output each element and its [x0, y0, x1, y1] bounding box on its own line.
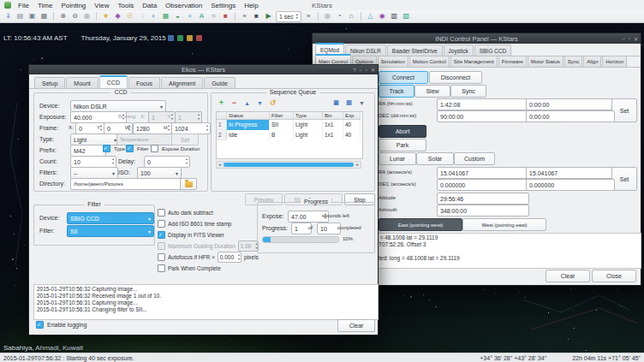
sync-button[interactable]: Sync: [450, 85, 486, 98]
solar-button[interactable]: Solar: [416, 152, 454, 165]
find-object-icon[interactable]: ◎: [323, 13, 332, 20]
infobox-icon-blue[interactable]: [168, 35, 174, 41]
move-job-up-icon[interactable]: ▲: [242, 98, 253, 108]
infobox-icon-green[interactable]: [177, 35, 183, 41]
indi-control-panel-icon[interactable]: ▥: [390, 13, 399, 20]
menu-pointing[interactable]: Pointing: [57, 1, 90, 10]
moon-icon[interactable]: ☽: [137, 13, 146, 20]
filter-select-combo[interactable]: SII: [67, 225, 154, 237]
iso-combo[interactable]: 100: [137, 167, 182, 179]
browse-directory-button[interactable]: [180, 178, 197, 190]
checkbox[interactable]: [158, 209, 165, 217]
add-job-icon[interactable]: +: [216, 98, 227, 108]
scrollbar-thumb[interactable]: [224, 163, 354, 167]
indi-clear-button[interactable]: Clear: [546, 270, 590, 282]
queue-cell[interactable]: Light: [294, 130, 323, 140]
menu-observation[interactable]: Observation: [161, 1, 206, 10]
ccd-device-combo[interactable]: Nikon DSLR: [70, 100, 166, 112]
checkbox[interactable]: [103, 145, 110, 152]
checkbox[interactable]: [158, 264, 165, 272]
disconnect-button[interactable]: Disconnect: [429, 71, 482, 84]
zoom-in-icon[interactable]: ⊕: [58, 13, 68, 20]
indi-tab-motor-status[interactable]: Motor Status: [528, 56, 564, 67]
ekos-tab-ccd[interactable]: CCD: [99, 75, 128, 88]
count-spinbox[interactable]: 10: [70, 156, 116, 168]
dec-rate-target-input[interactable]: 0.000000: [526, 179, 615, 191]
maximize-icon[interactable]: ▫: [366, 68, 367, 73]
queue-cell[interactable]: In Progress: [227, 120, 270, 130]
zoom-default-icon[interactable]: ◎: [82, 13, 92, 20]
abort-button[interactable]: Abort: [379, 125, 426, 138]
checkbox[interactable]: [126, 145, 134, 152]
close-icon[interactable]: ✕: [634, 36, 638, 42]
zoom-out-icon[interactable]: ⊖: [70, 13, 80, 20]
menu-view[interactable]: View: [90, 1, 113, 10]
coordinate-grid-icon[interactable]: ▦: [161, 13, 170, 20]
queue-cell[interactable]: Light: [294, 120, 323, 130]
directory-input[interactable]: /home/jasem/Pictures: [70, 178, 183, 190]
queue-cell[interactable]: 2: [217, 130, 227, 140]
menu-tools[interactable]: Tools: [114, 1, 139, 10]
prefix-filter-checkbox[interactable]: Filter: [126, 145, 148, 152]
pier-west-button[interactable]: West (pointing east): [462, 218, 546, 231]
device-tab-joystick[interactable]: Joystick: [444, 45, 474, 56]
scroll-left-icon[interactable]: ◂: [217, 163, 223, 167]
device-tab-sbig-ccd[interactable]: SBIG CCD: [474, 45, 511, 56]
ra-target-input[interactable]: 0:00:00: [526, 98, 615, 110]
expose-duration-checkbox[interactable]: Expose Duration: [151, 145, 200, 152]
indi-tab-align[interactable]: Align: [583, 56, 601, 67]
coord-set-button[interactable]: Set: [611, 98, 637, 122]
ekos-icon[interactable]: ◉: [378, 13, 387, 20]
device-tab-nikon-dslr[interactable]: Nikon DSLR: [345, 45, 386, 56]
time-infobox[interactable]: LT: 10:56:43 AM AST Thursday, January 29…: [3, 34, 166, 42]
queue-cell[interactable]: SII: [270, 120, 294, 130]
checkbox[interactable]: [158, 231, 165, 239]
indi-close-button[interactable]: Close: [592, 270, 636, 282]
reset-queue-icon[interactable]: ↺: [267, 98, 278, 108]
comets-icon[interactable]: ◐: [149, 13, 158, 20]
milky-way-icon[interactable]: ≈: [209, 13, 218, 20]
filter-device-combo[interactable]: SBIG CCD: [67, 212, 154, 224]
scroll-right-icon[interactable]: ▸: [355, 163, 361, 167]
queue-cell[interactable]: 40: [343, 120, 361, 130]
lunar-button[interactable]: Lunar: [379, 152, 416, 165]
download-data-icon[interactable]: ⇓: [3, 13, 13, 20]
checkbox[interactable]: [36, 321, 44, 329]
queue-cell[interactable]: 1x1: [323, 120, 343, 130]
print-icon[interactable]: ▦: [39, 13, 49, 20]
indi-tab-sync[interactable]: Sync: [564, 56, 582, 67]
custom-button[interactable]: Custom: [454, 152, 495, 165]
ekos-tab-guide[interactable]: Guide: [204, 77, 236, 88]
image-preview-icon[interactable]: ▣: [331, 98, 342, 108]
frame-type-combo[interactable]: Light: [70, 134, 120, 145]
indi-titlebar[interactable]: INDI Control Panel — KStars – ▫ ✕: [313, 33, 641, 44]
checkbox[interactable]: [158, 253, 165, 261]
ground-horizon-icon[interactable]: ◒: [173, 13, 182, 20]
device-tab-baader-steeldrive[interactable]: Baader SteelDrive: [387, 45, 443, 56]
queue-horizontal-scrollbar[interactable]: ◂ ▸: [216, 161, 361, 169]
indi-tab-firmware[interactable]: Firmware: [498, 56, 527, 67]
time-rewind-icon[interactable]: «: [240, 13, 249, 20]
menu-settings[interactable]: Settings: [206, 1, 240, 10]
queue-cell[interactable]: 1x1: [323, 130, 343, 140]
prefix-type-checkbox[interactable]: Type: [103, 145, 125, 152]
checkbox[interactable]: [158, 220, 165, 228]
maximize-icon[interactable]: ▫: [629, 36, 630, 41]
delay-spinbox[interactable]: 0: [144, 156, 190, 168]
prefix-input[interactable]: M42: [70, 145, 106, 157]
frame-h-spinbox[interactable]: 1024: [171, 122, 211, 134]
save-sequence-icon[interactable]: ▼: [356, 98, 367, 108]
connect-button[interactable]: Connect: [379, 71, 428, 84]
remove-job-icon[interactable]: −: [229, 98, 240, 108]
flags-icon[interactable]: ■: [221, 13, 230, 20]
option-spinbox[interactable]: 0.000: [218, 252, 242, 263]
indi-tab-motion-control[interactable]: Motion Control: [409, 56, 450, 67]
queue-cell[interactable]: 1: [217, 120, 227, 130]
queue-cell[interactable]: B: [270, 130, 294, 140]
ekos-tab-mount[interactable]: Mount: [66, 77, 98, 88]
time-stop-icon[interactable]: ■: [252, 13, 261, 20]
option-display-in-fits-viewer[interactable]: Display in FITS Viewer: [158, 229, 260, 240]
sequence-queue-table[interactable]: StatusFilterTypeBinExp1In ProgressSIILig…: [216, 111, 363, 159]
option-spinbox[interactable]: 1.00: [238, 240, 259, 252]
telescope-wizard-icon[interactable]: △: [366, 13, 375, 20]
